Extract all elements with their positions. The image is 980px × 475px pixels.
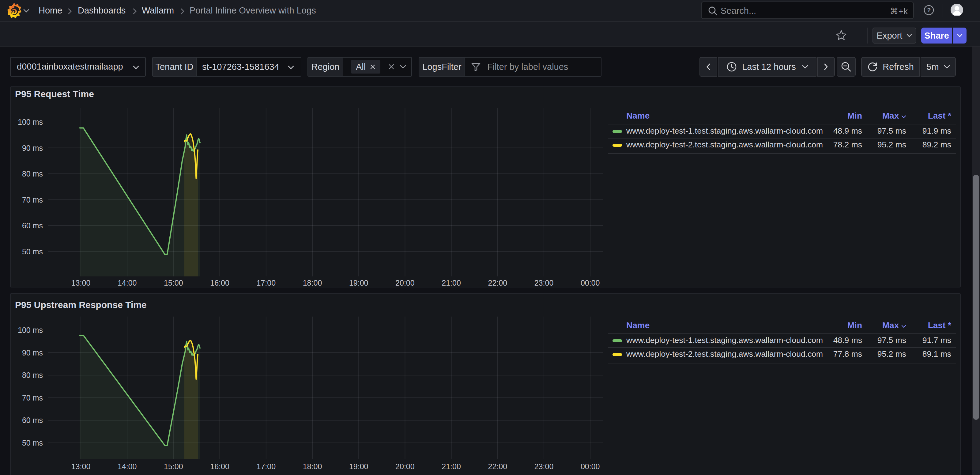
svg-text:14:00: 14:00 [118,279,137,287]
svg-text:21:00: 21:00 [442,279,461,287]
svg-text:100 ms: 100 ms [18,118,43,126]
svg-text:13:00: 13:00 [72,462,91,471]
svg-text:17:00: 17:00 [257,279,276,287]
svg-text:100 ms: 100 ms [18,326,43,334]
svg-text:23:00: 23:00 [535,462,554,471]
svg-text:16:00: 16:00 [210,462,229,471]
svg-text:15:00: 15:00 [164,462,183,471]
svg-text:16:00: 16:00 [210,279,229,287]
svg-text:50 ms: 50 ms [22,247,43,256]
svg-text:22:00: 22:00 [488,462,508,471]
svg-text:13:00: 13:00 [72,279,91,287]
svg-text:60 ms: 60 ms [22,416,43,424]
svg-text:00:00: 00:00 [581,279,600,287]
svg-text:18:00: 18:00 [303,462,322,471]
svg-text:19:00: 19:00 [349,279,368,287]
svg-text:18:00: 18:00 [303,279,322,287]
svg-text:14:00: 14:00 [118,462,137,471]
svg-text:70 ms: 70 ms [22,394,43,402]
svg-text:80 ms: 80 ms [22,371,43,379]
svg-text:23:00: 23:00 [535,279,554,287]
svg-text:50 ms: 50 ms [22,438,43,447]
svg-text:60 ms: 60 ms [22,221,43,230]
svg-text:21:00: 21:00 [442,462,461,471]
svg-text:90 ms: 90 ms [22,348,43,357]
svg-text:17:00: 17:00 [257,462,276,471]
svg-text:70 ms: 70 ms [22,196,43,204]
svg-text:80 ms: 80 ms [22,169,43,178]
svg-text:22:00: 22:00 [488,279,508,287]
svg-text:20:00: 20:00 [395,462,415,471]
svg-text:20:00: 20:00 [395,279,415,287]
svg-text:00:00: 00:00 [581,462,600,471]
svg-text:19:00: 19:00 [349,462,368,471]
svg-text:?: ? [927,7,931,13]
svg-text:90 ms: 90 ms [22,144,43,152]
svg-text:15:00: 15:00 [164,279,183,287]
